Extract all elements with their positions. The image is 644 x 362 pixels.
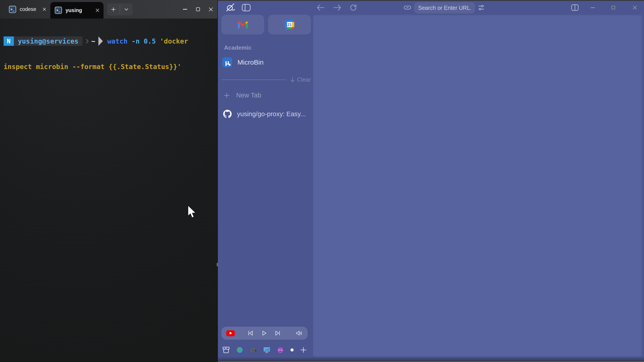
terminal-window-controls — [178, 0, 217, 18]
close-button[interactable] — [629, 3, 640, 12]
archive-box-icon[interactable] — [222, 346, 230, 354]
tab-title: MicroBin — [238, 58, 264, 66]
minimize-button[interactable] — [178, 0, 192, 18]
window-bottom-edge — [218, 357, 644, 362]
play-icon[interactable] — [261, 330, 267, 336]
forward-icon[interactable] — [333, 3, 342, 12]
command-string-arg: 'docker — [160, 37, 188, 45]
tab-label: yusing — [66, 7, 82, 13]
plus-icon — [300, 347, 307, 353]
split-view-icon[interactable] — [570, 3, 580, 12]
new-tab-controls — [107, 3, 132, 15]
clear-label: Clear — [297, 76, 311, 83]
pinned-tab-google-calendar[interactable]: 21 — [268, 15, 311, 34]
maximize-icon — [612, 6, 615, 9]
youtube-play-glyph — [230, 332, 232, 335]
pinned-tab-gmail[interactable] — [222, 15, 264, 34]
new-terminal-tab-button[interactable] — [107, 3, 120, 15]
url-bar[interactable] — [414, 2, 475, 13]
next-track-icon[interactable] — [274, 330, 280, 336]
microbin-favicon: µ — [222, 57, 232, 67]
workspace-indicator-dot[interactable] — [290, 348, 294, 352]
sidebar-tab-microbin[interactable]: µ MicroBin — [222, 57, 311, 67]
terminal-profile-dropdown-button[interactable] — [120, 3, 132, 15]
previous-track-icon[interactable] — [248, 330, 254, 336]
minimize-button[interactable] — [587, 3, 598, 12]
close-button[interactable] — [204, 0, 217, 18]
youtube-icon[interactable] — [226, 330, 235, 336]
gmail-icon — [238, 21, 248, 28]
tab-label: codese — [20, 6, 36, 12]
terminal-output[interactable]: N yusing@services ~ watch -n 0.5 'docker… — [4, 20, 188, 87]
browser-toolbar — [218, 1, 644, 14]
workspace-bar — [222, 345, 308, 355]
prompt-chevron-icon — [84, 39, 89, 43]
terminal-tab-codese[interactable]: >_ codese — [4, 0, 50, 18]
close-tab-icon[interactable] — [42, 7, 46, 11]
workspace-globe-icon[interactable] — [236, 347, 243, 353]
terminal-window: >_ codese >_ yusing — [0, 0, 218, 362]
command-options: -n 0.5 — [128, 37, 160, 45]
tabs-clear-row: Clear — [222, 76, 311, 83]
add-workspace-button[interactable] — [300, 347, 307, 353]
maximize-icon — [196, 7, 200, 11]
close-tab-icon[interactable] — [96, 8, 100, 12]
workspace-movie-camera-icon[interactable] — [250, 347, 257, 353]
maximize-button[interactable] — [192, 0, 204, 18]
zen-browser-logo-icon[interactable] — [226, 2, 236, 12]
svg-text:21: 21 — [287, 22, 292, 27]
reload-icon[interactable] — [349, 3, 358, 12]
tab-title: yusing/go-proxy: Easy... — [237, 110, 306, 118]
minimize-icon — [591, 7, 595, 8]
workspace-section-label: Academic — [224, 44, 311, 51]
command-text: watch -n 0.5 'docker — [107, 37, 188, 45]
sidebar-tab-go-proxy[interactable]: yusing/go-proxy: Easy... — [222, 110, 311, 118]
new-tab-label: New Tab — [236, 92, 261, 99]
mouse-cursor — [188, 205, 196, 219]
maximize-button[interactable] — [608, 3, 619, 12]
web-content-area[interactable] — [313, 15, 643, 357]
workspace-devil-face-icon[interactable] — [277, 346, 284, 354]
terminal-tab-yusing[interactable]: >_ yusing — [50, 2, 104, 18]
link-icon[interactable] — [403, 4, 412, 11]
close-icon — [632, 5, 637, 10]
prompt-cwd: ~ — [91, 37, 95, 45]
prompt-user-host: yusing@services — [14, 36, 82, 46]
nerdfont-os-badge: N — [4, 36, 14, 46]
google-calendar-icon: 21 — [285, 20, 294, 29]
sidebar-toggle-icon[interactable] — [242, 3, 251, 12]
terminal-tabbar: >_ codese >_ yusing — [0, 0, 217, 18]
prompt-line: N yusing@services ~ watch -n 0.5 'docker — [4, 36, 188, 46]
browser-window: 21 Academic µ MicroBin — [218, 0, 644, 362]
command-name: watch — [107, 37, 128, 45]
workspace-desktop-computer-icon[interactable] — [263, 347, 270, 353]
github-icon — [223, 110, 232, 118]
powershell-icon: >_ — [55, 7, 62, 14]
media-player — [222, 327, 308, 340]
command-text-wrapped: inspect microbin --format {{.State.Statu… — [4, 62, 188, 71]
media-transport — [248, 330, 280, 336]
new-tab-button[interactable]: New Tab — [222, 92, 311, 99]
arrow-down-icon — [290, 77, 295, 83]
powershell-icon: >_ — [9, 6, 16, 13]
search-input[interactable] — [414, 5, 475, 11]
clear-tabs-button[interactable]: Clear — [290, 76, 311, 83]
volume-icon[interactable] — [296, 330, 303, 336]
back-icon[interactable] — [316, 3, 325, 12]
minimize-icon — [183, 9, 187, 9]
plus-icon — [224, 92, 230, 98]
powerline-arrow-icon — [98, 36, 103, 46]
browser-sidebar: 21 Academic µ MicroBin — [222, 15, 311, 118]
close-icon — [209, 7, 213, 12]
page-settings-sliders-icon[interactable] — [477, 3, 486, 12]
microbin-dot — [228, 64, 230, 66]
divider — [222, 79, 286, 80]
pinned-tabs: 21 — [222, 15, 311, 34]
screen: >_ codese >_ yusing — [0, 0, 644, 362]
